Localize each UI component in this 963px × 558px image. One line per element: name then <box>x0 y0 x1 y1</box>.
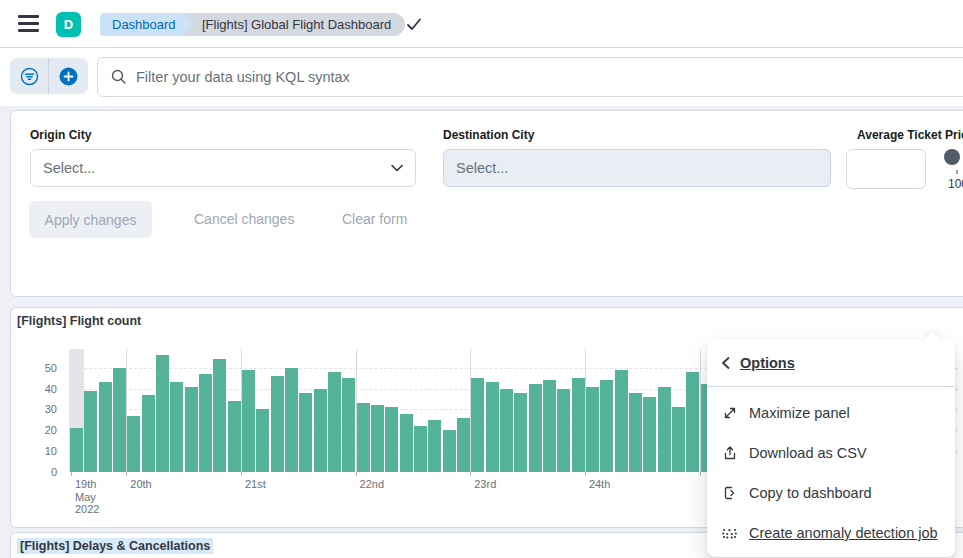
chart-bar <box>84 391 97 472</box>
chart-bar <box>414 426 427 472</box>
chart-bar <box>672 407 685 472</box>
origin-city-placeholder: Select... <box>43 160 391 176</box>
chart-bar <box>428 420 441 472</box>
ml-icon <box>721 525 738 542</box>
chart-bar <box>199 374 212 472</box>
chart-bar <box>529 384 542 472</box>
x-axis-label: 24th <box>589 478 610 491</box>
logo-letter: D <box>64 17 73 32</box>
x-axis-label: 20th <box>130 478 151 491</box>
x-axis-tick <box>470 472 471 476</box>
chart-bar <box>213 359 226 472</box>
chart-bar <box>185 387 198 472</box>
chart-bar <box>299 393 312 472</box>
chart-bar <box>113 368 126 472</box>
controls-panel: Origin City Select... Destination City S… <box>10 110 963 297</box>
chart-bar <box>70 428 83 472</box>
chart-bar <box>658 387 671 472</box>
avg-ticket-price-label: Average Ticket Price <box>857 128 963 142</box>
maximize-icon <box>721 405 738 422</box>
chart-bar <box>514 393 527 472</box>
chart-bar <box>142 395 155 472</box>
flight-count-panel-title[interactable]: [Flights] Flight count <box>17 314 141 328</box>
delays-panel-title[interactable]: [Flights] Delays & Cancellations <box>17 539 213 553</box>
chart-bar <box>443 430 456 472</box>
chart-bar <box>328 372 341 472</box>
kql-search-input[interactable]: Filter your data using KQL syntax <box>97 57 963 97</box>
x-axis-tick <box>71 472 72 476</box>
x-axis-label: 19thMay2022 <box>75 478 99 516</box>
create-anomaly-job-item[interactable]: Create anomaly detection job <box>707 513 955 553</box>
x-axis-label: 21st <box>245 478 266 491</box>
chart-bar <box>99 382 112 472</box>
menu-item-label: Download as CSV <box>749 445 867 461</box>
y-axis-label: 10 <box>25 445 57 457</box>
chart-bar <box>643 397 656 472</box>
search-icon <box>111 69 127 85</box>
x-axis-tick <box>585 472 586 476</box>
chart-bar <box>686 372 699 472</box>
chart-bar <box>256 409 269 472</box>
delays-panel-title-text: [Flights] Delays & Cancellations <box>17 538 213 554</box>
chart-bar <box>400 414 413 472</box>
origin-city-select[interactable]: Select... <box>30 149 416 187</box>
menu-item-label: Maximize panel <box>749 405 850 421</box>
copy-to-dashboard-icon <box>721 485 738 502</box>
chart-bar <box>557 389 570 472</box>
download-csv-item[interactable]: Download as CSV <box>707 433 955 473</box>
y-axis-labels: 01020304050 <box>25 349 63 472</box>
chart-bar <box>342 378 355 472</box>
price-min-input[interactable] <box>846 149 926 189</box>
chart-bar <box>156 355 169 472</box>
chevron-left-icon <box>719 356 733 370</box>
x-axis-tick <box>700 472 701 476</box>
chart-bar <box>371 405 384 472</box>
deployment-logo[interactable]: D <box>56 12 81 37</box>
destination-city-label: Destination City <box>443 128 534 142</box>
breadcrumb-current-dashboard: [Flights] Global Flight Dashboard <box>184 13 405 36</box>
x-axis-tick <box>356 472 357 476</box>
menu-icon[interactable] <box>18 15 39 32</box>
add-filter-icon[interactable] <box>49 58 88 94</box>
saved-query-icon[interactable] <box>10 58 49 94</box>
y-axis-label: 50 <box>25 362 57 374</box>
breadcrumb-dashboard[interactable]: Dashboard <box>100 13 194 36</box>
chart-bar <box>543 380 556 472</box>
copy-to-dashboard-item[interactable]: Copy to dashboard <box>707 473 955 513</box>
clear-form-button[interactable]: Clear form <box>342 201 407 238</box>
kql-placeholder: Filter your data using KQL syntax <box>136 69 350 85</box>
origin-city-label: Origin City <box>30 128 91 142</box>
y-axis-label: 20 <box>25 424 57 436</box>
top-header: D Dashboard [Flights] Global Flight Dash… <box>0 0 963 48</box>
chart-bar <box>242 370 255 472</box>
destination-city-placeholder: Select... <box>456 160 818 176</box>
chart-bar <box>457 418 470 472</box>
export-icon <box>721 445 738 462</box>
menu-item-label: Create anomaly detection job <box>749 525 938 541</box>
slider-tick <box>956 170 958 174</box>
chart-bar <box>228 401 241 472</box>
y-axis-label: 40 <box>25 383 57 395</box>
maximize-panel-item[interactable]: Maximize panel <box>707 393 955 433</box>
x-axis-label: 23rd <box>474 478 496 491</box>
y-axis-label: 30 <box>25 403 57 415</box>
price-slider-thumb[interactable] <box>944 149 960 165</box>
chart-bar <box>600 380 613 472</box>
chart-bar <box>385 407 398 472</box>
chart-bar <box>314 389 327 472</box>
chart-bar <box>127 416 140 472</box>
chart-bar <box>170 382 183 472</box>
x-axis-label: 22nd <box>360 478 384 491</box>
chart-bar <box>357 403 370 472</box>
panel-options-menu: Options Maximize panel Download as CSV <box>707 340 955 557</box>
check-icon[interactable] <box>406 16 422 32</box>
filter-button-group <box>10 58 88 94</box>
apply-changes-button[interactable]: Apply changes <box>29 201 152 238</box>
chart-bar <box>471 378 484 472</box>
destination-city-select[interactable]: Select... <box>443 149 831 187</box>
options-back-button[interactable]: Options <box>707 340 955 386</box>
cancel-changes-button[interactable]: Cancel changes <box>194 201 294 238</box>
menu-item-label: Copy to dashboard <box>749 485 872 501</box>
x-axis-tick <box>126 472 127 476</box>
chart-bar <box>285 368 298 472</box>
